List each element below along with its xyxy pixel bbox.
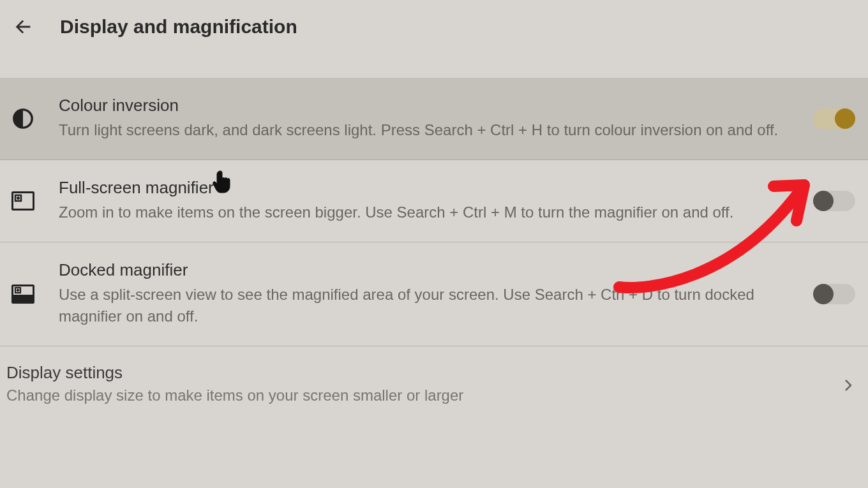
toggle-fullscreen-magnifier[interactable] [813, 191, 855, 211]
arrow-back-icon [12, 16, 34, 38]
setting-text: Colour inversion Turn light screens dark… [59, 96, 813, 142]
setting-text: Docked magnifier Use a split-screen view… [59, 260, 813, 329]
setting-text: Full-screen magnifier Zoom in to make it… [59, 178, 813, 224]
link-title: Display settings [6, 363, 839, 383]
link-description: Change display size to make items on you… [6, 387, 839, 404]
docked-magnifier-icon [10, 281, 36, 307]
setting-title: Docked magnifier [59, 260, 788, 280]
setting-row-docked-magnifier[interactable]: Docked magnifier Use a split-screen view… [0, 242, 868, 347]
page-header: Display and magnification [0, 0, 868, 78]
back-button[interactable] [10, 14, 36, 40]
setting-row-fullscreen-magnifier[interactable]: Full-screen magnifier Zoom in to make it… [0, 160, 868, 242]
chevron-right-icon [839, 363, 858, 391]
setting-description: Zoom in to make items on the screen bigg… [59, 202, 788, 224]
link-text: Display settings Change display size to … [6, 363, 839, 404]
toggle-knob [813, 191, 834, 211]
setting-title: Colour inversion [59, 96, 788, 115]
fullscreen-magnifier-icon [10, 188, 36, 214]
toggle-colour-inversion[interactable] [813, 108, 855, 129]
setting-description: Turn light screens dark, and dark screen… [59, 119, 788, 142]
setting-title: Full-screen magnifier [59, 178, 788, 198]
toggle-docked-magnifier[interactable] [813, 284, 855, 304]
setting-row-colour-inversion[interactable]: Colour inversion Turn light screens dark… [0, 78, 868, 160]
toggle-knob [835, 108, 855, 129]
svg-rect-6 [13, 295, 33, 302]
contrast-icon [10, 106, 36, 131]
link-row-display-settings[interactable]: Display settings Change display size to … [0, 346, 868, 411]
setting-description: Use a split-screen view to see the magni… [59, 284, 788, 329]
page-title: Display and magnification [60, 16, 297, 38]
toggle-knob [813, 284, 834, 304]
